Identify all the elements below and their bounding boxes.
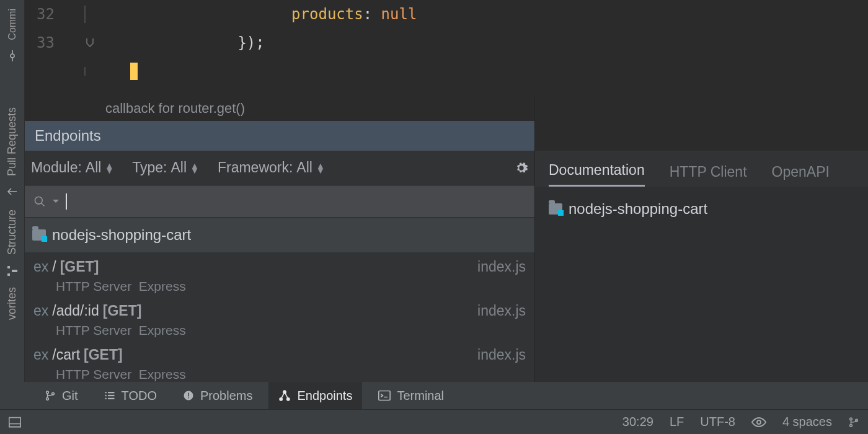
caret-position[interactable]: 30:29 [622,415,653,429]
gear-icon[interactable] [515,161,528,175]
endpoint-file: index.js [477,347,526,363]
endpoint-route: / [52,259,56,275]
tab-http-client[interactable]: HTTP Client [670,164,747,187]
tool-window-strip-top: Commi [0,0,25,96]
svg-point-24 [850,417,852,420]
tab-todo[interactable]: TODO [94,382,167,409]
svg-rect-9 [105,395,106,396]
tool-window-strip-left: Pull Requests Structure vorites [0,96,25,382]
sort-arrows-icon: ▲▼ [190,163,199,173]
endpoint-route: /cart [52,347,80,363]
endpoints-search[interactable] [25,185,534,218]
svg-rect-16 [188,397,189,399]
endpoint-detail-pane: Documentation HTTP Client OpenAPI nodejs… [534,96,868,382]
svg-rect-3 [12,270,17,272]
text-cursor [66,193,67,210]
project-name: nodejs-shopping-cart [52,226,191,244]
code-editor[interactable]: 32 33 products: null }); [25,0,868,96]
sidebar-label-commit[interactable]: Commi [7,9,18,40]
file-encoding[interactable]: UTF-8 [700,415,735,429]
svg-rect-22 [9,423,20,427]
tab-documentation[interactable]: Documentation [549,162,645,187]
indent-setting[interactable]: 4 spaces [782,415,832,429]
branch-icon[interactable] [848,417,859,428]
bottom-tool-tabs: Git TODO Problems Endpoints Terminal [0,382,868,409]
tab-problems[interactable]: Problems [173,382,262,409]
tab-terminal[interactable]: Terminal [368,382,454,409]
layout-icon[interactable] [9,417,21,428]
endpoint-file: index.js [477,303,526,319]
editor-caret [130,63,138,80]
pull-request-icon [7,187,18,198]
svg-point-4 [35,197,43,205]
endpoint-method: [GET] [103,303,142,319]
sort-arrows-icon: ▲▼ [105,163,113,173]
endpoints-filter-bar: Module: All ▲▼ Type: All ▲▼ Framework: A… [25,151,534,185]
structure-icon [7,266,17,276]
endpoint-item[interactable]: ex /add/:id [GET] index.js HTTP Server E… [25,296,534,340]
tool-window-title: Endpoints [25,121,534,151]
line-number: 32 [25,6,60,23]
svg-point-0 [11,54,14,58]
sidebar-label-favorites[interactable]: vorites [6,287,19,320]
search-icon [33,195,46,208]
svg-rect-8 [105,392,106,393]
tab-openapi[interactable]: OpenAPI [772,164,830,187]
folder-icon [32,229,46,241]
tab-git[interactable]: Git [35,382,88,409]
svg-point-5 [46,391,49,394]
sidebar-label-pullrequests[interactable]: Pull Requests [6,107,19,176]
folder-icon [549,203,562,215]
detail-tabs: Documentation HTTP Client OpenAPI [535,151,868,187]
terminal-icon [378,390,391,401]
fold-end-icon[interactable] [84,37,95,48]
warn-icon [183,390,194,401]
search-input[interactable] [73,193,526,210]
svg-point-6 [46,397,49,400]
line-number: 33 [25,34,60,51]
svg-point-25 [850,424,852,427]
tab-endpoints[interactable]: Endpoints [268,382,362,409]
framework-filter[interactable]: Framework: All ▲▼ [218,159,325,176]
svg-rect-13 [108,398,115,399]
module-filter[interactable]: Module: All ▲▼ [31,159,113,176]
svg-point-23 [757,420,761,424]
endpoint-prefix: ex [33,347,48,363]
endpoint-method: [GET] [60,259,99,275]
svg-rect-12 [108,395,115,396]
svg-rect-10 [105,398,106,399]
project-row[interactable]: nodejs-shopping-cart [25,218,534,252]
documentation-project: nodejs-shopping-cart [549,200,854,218]
graph-icon [278,389,291,402]
endpoints-list: ex / [GET] index.js HTTP Server Express … [25,252,534,382]
endpoint-prefix: ex [33,303,48,319]
code-line[interactable] [130,57,868,86]
svg-rect-20 [379,391,390,401]
endpoint-file: index.js [477,259,526,275]
sidebar-label-structure[interactable]: Structure [6,210,19,255]
endpoint-item[interactable]: ex / [GET] index.js HTTP Server Express [25,252,534,296]
endpoint-prefix: ex [33,259,48,275]
svg-rect-2 [7,273,10,276]
branch-icon [45,390,56,401]
type-filter[interactable]: Type: All ▲▼ [132,159,199,176]
line-separator[interactable]: LF [670,415,684,429]
svg-rect-15 [188,393,189,397]
code-line[interactable]: products: null [130,0,868,29]
svg-rect-1 [7,266,10,268]
endpoint-item[interactable]: ex /cart [GET] index.js HTTP Server Expr… [25,340,534,382]
commit-graph-icon [7,50,18,61]
inlay-hint: callback for router.get() [25,96,534,121]
sort-arrows-icon: ▲▼ [316,163,325,173]
chevron-down-icon[interactable] [52,198,60,205]
endpoints-tool-window: callback for router.get() Endpoints Modu… [25,96,534,382]
endpoint-method: [GET] [84,347,123,363]
editor-gutter: 32 33 [25,0,130,96]
status-bar: 30:29 LF UTF-8 4 spaces [0,409,868,434]
list-icon [104,390,115,401]
code-line[interactable]: }); [130,29,868,57]
endpoint-route: /add/:id [52,303,99,319]
svg-rect-11 [108,392,115,393]
inspections-eye-icon[interactable] [751,417,766,428]
